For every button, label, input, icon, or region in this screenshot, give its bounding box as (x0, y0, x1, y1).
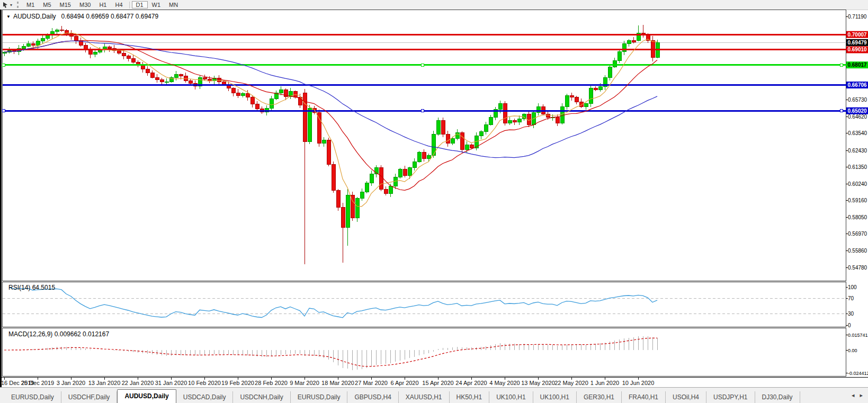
timeframe-button-d1[interactable]: D1 (132, 1, 148, 8)
svg-text:0.60240: 0.60240 (848, 181, 867, 187)
svg-text:0.63540: 0.63540 (848, 130, 867, 136)
timeframe-button-h1[interactable]: H1 (95, 1, 111, 8)
svg-text:-0.024412: -0.024412 (848, 371, 868, 376)
date-tick-label: 13 Jan 2020 (88, 380, 121, 386)
svg-text:0.66706: 0.66706 (847, 82, 867, 88)
tab-uk100-h1[interactable]: UK100,H1 (533, 391, 577, 403)
tab-hk50-h1[interactable]: HK50,H1 (450, 391, 490, 403)
date-axis[interactable]: 16 Dec 201925 Dec 20193 Jan 202013 Jan 2… (0, 377, 868, 387)
tabs-scroll-right-icon[interactable]: ▸ (860, 392, 863, 399)
tab-gbpusd-h4[interactable]: GBPUSD,H4 (347, 391, 398, 403)
svg-text:100: 100 (848, 284, 857, 290)
svg-text:0.70007: 0.70007 (847, 32, 867, 38)
timeframe-button-h4[interactable]: H4 (111, 1, 127, 8)
hline-handle[interactable] (3, 64, 5, 66)
date-tick-label: 22 May 2020 (554, 380, 588, 386)
date-tick-label: 10 Feb 2020 (188, 380, 221, 386)
tab-eurusd-daily[interactable]: EURUSD,Daily (291, 391, 348, 403)
date-tick-label: 27 Mar 2020 (355, 380, 388, 386)
date-tick-label: 9 Mar 2020 (290, 380, 319, 386)
svg-text:0.55860: 0.55860 (848, 248, 867, 254)
svg-text:0.56970: 0.56970 (848, 231, 867, 237)
svg-text:0.65020: 0.65020 (847, 108, 867, 114)
chart-ohlc-values: 0.68494 0.69659 0.68477 0.69479 (61, 13, 159, 20)
svg-text:0.65730: 0.65730 (848, 97, 867, 103)
chart-tab-bar: EURUSD,DailyUSDCHF,DailyAUDUSD,DailyUSDC… (0, 387, 868, 403)
rsi-indicator-label: RSI(14) 64.5015 (8, 284, 55, 291)
hline-handle[interactable] (840, 110, 843, 112)
price-badge-0.66706: 0.66706 (846, 82, 868, 88)
chart-symbol-label: AUDUSD,Daily (13, 13, 56, 20)
tab-usoil-h4[interactable]: USOil,H4 (666, 391, 706, 403)
chart-title: ▼AUDUSD,Daily0.68494 0.69659 0.68477 0.6… (6, 13, 158, 20)
tab-scroll-arrows: ◂ ▸ (852, 388, 868, 403)
svg-text:0.015741: 0.015741 (848, 333, 868, 338)
date-tick-label: 1 Jun 2020 (590, 380, 619, 386)
svg-text:0.68017: 0.68017 (847, 62, 867, 68)
price-badge-0.68017: 0.68017 (846, 61, 868, 68)
date-tick-label: 13 May 2020 (521, 380, 555, 386)
timeframe-buttons: M1M5M15M30H1H4D1W1MN (22, 1, 182, 8)
timeframe-button-m30[interactable]: M30 (75, 1, 95, 8)
svg-text:0.61350: 0.61350 (848, 164, 867, 170)
date-tick-label: 15 Apr 2020 (422, 380, 453, 386)
svg-text:70: 70 (848, 295, 854, 301)
hline-handle[interactable] (422, 110, 424, 112)
timeframe-button-mn[interactable]: MN (165, 1, 182, 8)
tab-dj30-daily[interactable]: DJ30,Daily (755, 391, 800, 403)
chart-tabs: EURUSD,DailyUSDCHF,DailyAUDUSD,DailyUSDC… (4, 389, 800, 403)
svg-text:0.62430: 0.62430 (848, 148, 867, 154)
date-tick-label: 18 Mar 2020 (321, 380, 354, 386)
svg-text:0.54780: 0.54780 (848, 265, 867, 271)
tab-usdchf-daily[interactable]: USDCHF,Daily (61, 391, 118, 403)
hline-handle[interactable] (422, 64, 424, 66)
timeframe-button-m5[interactable]: M5 (39, 1, 55, 8)
date-tick-label: 3 Jan 2020 (57, 380, 85, 386)
chevron-down-icon[interactable]: ▾ (10, 3, 12, 7)
hline-handle[interactable] (3, 110, 5, 112)
mt4-window: ▾ M1M5M15M30H1H4D1W1MN ▼AUDUSD,Daily0.68… (0, 0, 868, 403)
tab-usdcad-daily[interactable]: USDCAD,Daily (176, 391, 234, 403)
timeframe-toolbar: ▾ M1M5M15M30H1H4D1W1MN (0, 0, 868, 10)
date-tick-label: 25 Dec 2019 (21, 380, 54, 386)
macd-indicator-label: MACD(12,26,9) 0.009662 0.012167 (8, 330, 109, 338)
date-tick-label: 31 Jan 2020 (155, 380, 187, 386)
tab-fra40-h1[interactable]: FRA40,H1 (622, 391, 666, 403)
tab-usdjpy-h1[interactable]: USDJPY,H1 (706, 391, 755, 403)
date-tick-label: 19 Feb 2020 (221, 380, 254, 386)
svg-text:0: 0 (848, 323, 851, 328)
macd-panel[interactable]: 0.0157410.00-0.024412 (0, 328, 868, 377)
svg-text:0.59160: 0.59160 (848, 198, 867, 203)
svg-text:0.00: 0.00 (848, 348, 857, 353)
cursor-tool-icon (2, 2, 8, 8)
timeframe-button-m15[interactable]: M15 (56, 1, 75, 8)
symbol-dropdown-icon[interactable]: ▼ (6, 14, 11, 19)
svg-text:0.58050: 0.58050 (848, 214, 867, 220)
tab-xauusd-h1[interactable]: XAUUSD,H1 (399, 391, 450, 403)
date-tick-label: 4 May 2020 (489, 380, 520, 386)
tab-audusd-daily-active[interactable]: AUDUSD,Daily (117, 389, 176, 403)
tab-uk100-h1[interactable]: UK100,H1 (489, 391, 533, 403)
timeframe-button-w1[interactable]: W1 (148, 1, 165, 8)
tab-usdcnh-daily[interactable]: USDCNH,Daily (233, 391, 290, 403)
toolbar-separator (129, 2, 130, 8)
svg-text:0.69010: 0.69010 (847, 47, 867, 52)
main-price-chart[interactable]: 0.711900.679200.657300.646200.635400.624… (0, 10, 868, 281)
svg-text:0.69479: 0.69479 (847, 40, 867, 46)
toolbar-grip[interactable] (17, 2, 20, 8)
price-badge-0.69479: 0.69479 (846, 39, 868, 46)
date-tick-label: 22 Jan 2020 (122, 380, 154, 386)
svg-text:30: 30 (848, 311, 854, 317)
svg-text:0.71190: 0.71190 (848, 14, 867, 20)
date-tick-label: 24 Apr 2020 (455, 380, 487, 386)
date-tick-label: 10 Jun 2020 (622, 380, 655, 386)
timeframe-button-m1[interactable]: M1 (22, 1, 39, 8)
price-badge-0.65020: 0.65020 (846, 108, 868, 114)
tab-eurusd-daily[interactable]: EURUSD,Daily (4, 391, 61, 403)
cursor-tool-button[interactable]: ▾ (0, 2, 14, 8)
tab-ger30-h1[interactable]: GER30,H1 (577, 391, 622, 403)
hline-handle[interactable] (840, 64, 843, 66)
rsi-panel[interactable]: 10070300 (0, 282, 868, 327)
tabs-scroll-left-icon[interactable]: ◂ (852, 392, 855, 399)
date-tick-label: 6 Apr 2020 (390, 380, 418, 386)
